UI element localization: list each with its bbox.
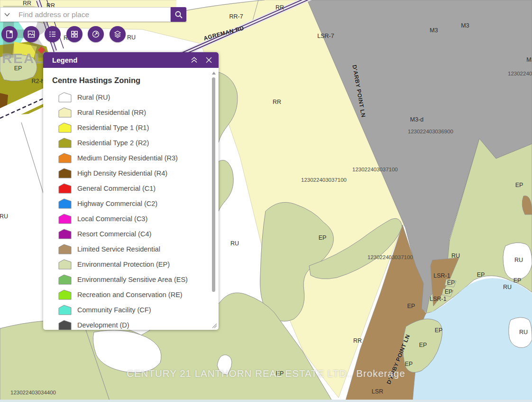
legend-collapse-button[interactable]: [189, 55, 200, 65]
legend-swatch: [58, 259, 72, 270]
app-grid-icon: [70, 30, 79, 38]
legend-swatch: [58, 305, 72, 315]
legend-item: Medium Density Residential (R3): [52, 150, 219, 166]
legend-close-button[interactable]: [204, 55, 214, 65]
legend-item: Rural Residential (RR): [52, 105, 219, 120]
legend-item: Rural (RU): [52, 90, 219, 105]
legend-item: Residential Type 2 (R2): [52, 135, 219, 150]
bookmarks-button[interactable]: [1, 26, 18, 42]
zone-ep-blob-topleft[interactable]: [0, 54, 37, 81]
legend-panel-header[interactable]: Legend: [43, 52, 219, 68]
legend-panel-body: Centre Hastings Zoning Rural (RU)Rural R…: [43, 68, 219, 330]
legend-button[interactable]: [45, 26, 61, 42]
layers-icon: [113, 30, 122, 38]
legend-item: High Density Residential (R4): [52, 166, 219, 181]
legend-item-label: Rural (RU): [77, 93, 110, 101]
legend-item: Highway Commercial (C2): [52, 196, 219, 211]
basemap-gallery-button[interactable]: [23, 26, 39, 42]
apps-button[interactable]: [66, 26, 83, 42]
legend-item-label: Community Facility (CF): [77, 306, 151, 314]
legend-item-label: Environmentally Sensitive Area (ES): [77, 276, 188, 283]
legend-swatch: [58, 290, 72, 300]
search-bar: [0, 7, 186, 22]
legend-item: Limited Service Residential: [52, 242, 219, 257]
search-icon: [174, 10, 183, 19]
zone-ru-island-1[interactable]: [503, 243, 532, 280]
legend-panel: Legend Centre Hastings Zoning Rural (RU)…: [43, 52, 219, 330]
legend-item-label: Limited Service Residential: [77, 245, 160, 253]
legend-item-label: Recreation and Conservation (RE): [77, 291, 183, 299]
legend-swatch: [58, 138, 72, 148]
legend-item-label: Development (D): [77, 321, 129, 329]
legend-item: General Commercial (C1): [52, 181, 219, 196]
legend-item-label: Rural Residential (RR): [77, 109, 146, 116]
legend-swatch: [58, 214, 72, 224]
panel-resize-handle[interactable]: [211, 323, 217, 328]
search-input[interactable]: [14, 7, 171, 22]
legend-item: Environmentally Sensitive Area (ES): [52, 272, 219, 287]
basemap-image-icon: [27, 30, 36, 38]
search-source-dropdown[interactable]: [0, 7, 14, 22]
scrollbar-thumb[interactable]: [212, 77, 215, 292]
legend-scrollbar: [212, 75, 216, 330]
chevron-down-icon: [4, 13, 10, 17]
legend-swatch: [58, 153, 72, 163]
map-toolbar: [1, 26, 126, 42]
zone-ru-island-2[interactable]: [509, 318, 532, 348]
legend-swatch: [58, 107, 72, 118]
legend-swatch: [58, 183, 72, 194]
legend-item-label: Local Commercial (C3): [77, 215, 147, 223]
legend-swatch: [58, 92, 72, 103]
legend-item-label: Environmental Protection (EP): [77, 261, 170, 268]
legend-swatch: [58, 274, 72, 285]
legend-item-label: High Density Residential (R4): [77, 169, 167, 177]
search-button[interactable]: [171, 7, 186, 22]
legend-layer-heading: Centre Hastings Zoning: [52, 76, 219, 85]
legend-item: Resort Commercial (C4): [52, 226, 219, 242]
map-bottom-strip: [0, 400, 532, 402]
legend-item-label: Resort Commercial (C4): [77, 230, 151, 238]
legend-item-label: Residential Type 2 (R2): [77, 139, 149, 147]
measure-compass-icon: [92, 30, 100, 38]
legend-item-label: Highway Commercial (C2): [77, 200, 157, 207]
measure-button[interactable]: [88, 26, 104, 42]
collapse-double-chevron-icon: [190, 56, 198, 64]
bookmark-icon: [5, 30, 14, 38]
legend-item: Local Commercial (C3): [52, 211, 219, 226]
legend-item-label: Medium Density Residential (R3): [77, 154, 178, 162]
legend-item: Environmental Protection (EP): [52, 257, 219, 272]
legend-item-label: General Commercial (C1): [77, 185, 156, 192]
legend-item: Development (D): [52, 318, 219, 330]
legend-swatch: [58, 229, 72, 239]
legend-swatch: [58, 168, 72, 178]
legend-panel-title: Legend: [52, 56, 184, 64]
legend-swatch: [58, 198, 72, 209]
legend-swatch: [58, 244, 72, 254]
legend-item: Recreation and Conservation (RE): [52, 287, 219, 302]
legend-swatch: [58, 122, 72, 133]
legend-item: Residential Type 1 (R1): [52, 120, 219, 135]
legend-item-label: Residential Type 1 (R1): [77, 124, 149, 131]
legend-items-list: Rural (RU)Rural Residential (RR)Resident…: [52, 90, 219, 330]
zoning-map-app: R REALTOR CENTURY 21 LANTHORN REAL ESTAT…: [0, 0, 532, 402]
layers-button[interactable]: [110, 26, 126, 42]
legend-list-icon: [48, 30, 57, 38]
close-icon: [205, 56, 212, 64]
legend-item: Community Facility (CF): [52, 302, 219, 318]
scroll-up-arrow-icon[interactable]: [212, 72, 216, 75]
legend-swatch: [58, 320, 72, 330]
